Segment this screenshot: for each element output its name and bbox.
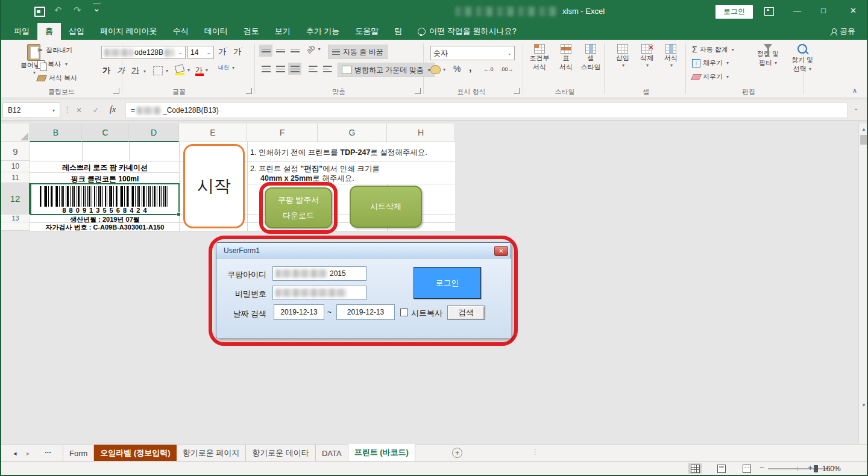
number-dialog-launcher[interactable]	[514, 88, 520, 94]
password-input[interactable]	[272, 286, 366, 300]
increase-decimal-button[interactable]: ←.0	[483, 66, 494, 72]
tab-home[interactable]: 홈	[37, 23, 61, 40]
increase-indent-button[interactable]	[321, 63, 334, 75]
row-header-12[interactable]: 12	[1, 183, 30, 215]
align-bottom-button[interactable]	[288, 45, 301, 57]
align-left-button[interactable]	[259, 63, 272, 75]
tab-review[interactable]: 검토	[236, 23, 267, 40]
column-header-c[interactable]: C	[82, 124, 129, 142]
tab-insert[interactable]: 삽입	[61, 23, 92, 40]
selected-cell-b12[interactable]: 8 8 0 9 1 3 5 5 6 8 4 2 4	[30, 183, 180, 215]
column-header-h[interactable]: H	[387, 124, 455, 142]
collapse-ribbon-button[interactable]: ∧	[852, 87, 857, 95]
fill-color-button[interactable]: ▾	[175, 65, 190, 75]
row-header-11[interactable]: 11	[1, 172, 30, 183]
sheet-tab-data[interactable]: DATA	[316, 445, 348, 462]
row-header-partial[interactable]	[1, 222, 30, 231]
scroll-up-button[interactable]: ▴	[859, 124, 868, 134]
userform-titlebar[interactable]: UserForm1	[216, 243, 511, 258]
sheet-delete-button[interactable]: 시트삭제	[350, 186, 422, 228]
login-button[interactable]: 로그인	[414, 267, 481, 299]
column-header-b[interactable]: B	[30, 124, 82, 142]
delete-cells-button[interactable]: ✕ 삭제 ▾	[635, 44, 658, 68]
undo-button[interactable]: ↶	[54, 5, 62, 16]
close-button[interactable]: ✕	[850, 6, 857, 15]
maximize-button[interactable]: □	[821, 6, 826, 15]
name-box[interactable]: B12 ▾	[2, 102, 60, 118]
cell-styles-button[interactable]: 셀 스타일	[579, 44, 603, 72]
cell-inspection-no[interactable]: 자가검사 번호 : C-A09B-A303001-A150	[30, 223, 180, 232]
align-center-button[interactable]	[274, 63, 287, 75]
insert-cells-button[interactable]: 삽입 ▾	[611, 44, 634, 68]
zoom-in-button[interactable]: +	[808, 463, 813, 472]
orientation-button[interactable]: ab▾	[306, 45, 320, 54]
sheet-tab-form[interactable]: Form	[63, 445, 94, 462]
coupang-id-input[interactable]: 2015	[272, 266, 366, 281]
cut-button[interactable]: ✂잘라내기	[37, 46, 72, 55]
userform-close-button[interactable]: ✕	[494, 246, 508, 256]
align-top-button[interactable]	[259, 45, 272, 57]
row-header-10[interactable]: 10	[1, 161, 30, 172]
phonetic-button[interactable]: 내천▾	[218, 65, 234, 70]
ribbon-display-options-button[interactable]	[764, 7, 774, 16]
tab-file[interactable]: 파일	[6, 23, 37, 40]
add-sheet-button[interactable]: +	[452, 448, 462, 458]
start-shape-button[interactable]: 시작	[183, 144, 245, 228]
tab-data[interactable]: 데이터	[197, 23, 236, 40]
select-all-corner[interactable]	[1, 124, 30, 142]
page-break-view-button[interactable]	[740, 463, 753, 474]
grow-font-button[interactable]: 가ˆ	[218, 46, 228, 57]
decrease-indent-button[interactable]	[306, 63, 319, 75]
prev-sheet-button[interactable]: ◂	[13, 449, 17, 457]
copy-button[interactable]: 복사▾	[37, 60, 68, 69]
bold-button[interactable]: 가	[102, 65, 110, 76]
scroll-down-button[interactable]: ▾	[859, 399, 868, 410]
percent-style-button[interactable]: %	[453, 64, 461, 74]
comma-style-button[interactable]: ,	[469, 63, 471, 74]
conditional-formatting-button[interactable]: 조건부 서식	[527, 44, 552, 72]
minimize-button[interactable]: —	[793, 6, 801, 15]
tab-addins[interactable]: 추가 기능	[298, 23, 348, 40]
font-color-button[interactable]: 가▾	[195, 65, 208, 75]
sheet-tab-oil-label[interactable]: 오일라벨 (정보입력)	[94, 445, 176, 462]
row-header-13[interactable]: 13	[1, 215, 30, 222]
insert-function-button[interactable]: fx	[110, 105, 116, 114]
cancel-formula-button[interactable]: ✕	[76, 106, 82, 114]
zoom-level[interactable]: 160%	[822, 465, 841, 473]
date-to-input[interactable]: 2019-12-13	[336, 304, 395, 320]
sheet-tab-fragrant-page[interactable]: 향기로운 페이지	[177, 445, 247, 462]
sheet-copy-checkbox[interactable]	[400, 308, 408, 316]
tab-team[interactable]: 팀	[386, 23, 410, 40]
zoom-slider-thumb[interactable]	[814, 465, 818, 472]
fill-button[interactable]: ↓채우기▾	[692, 58, 729, 67]
find-select-button[interactable]: 찾기 및 선택▾	[785, 44, 820, 74]
decrease-decimal-button[interactable]: .00→	[500, 66, 514, 72]
vertical-scroll-thumb[interactable]	[860, 135, 867, 145]
format-cells-button[interactable]: 서식 ▾	[659, 44, 682, 68]
tab-help[interactable]: 도움말	[347, 23, 386, 40]
clipboard-dialog-launcher[interactable]	[113, 88, 119, 94]
clear-button[interactable]: 지우기▾	[692, 72, 729, 81]
next-sheet-button[interactable]: ▸	[27, 449, 30, 457]
alignment-dialog-launcher[interactable]	[415, 88, 421, 94]
page-layout-view-button[interactable]	[715, 463, 728, 474]
merge-center-toggle[interactable]: 병합하고 가운데 맞춤▾	[338, 63, 435, 77]
more-sheets-button[interactable]: ...	[45, 446, 51, 455]
sheet-tab-fragrant-data[interactable]: 향기로운 데이타	[246, 445, 316, 462]
italic-button[interactable]: 가	[117, 65, 125, 76]
accounting-format-button[interactable]: ▾	[430, 65, 445, 74]
font-size-combobox[interactable]: 14 ⌄	[187, 46, 214, 59]
zoom-slider[interactable]	[768, 468, 828, 469]
column-header-e[interactable]: E	[179, 124, 247, 142]
search-button[interactable]: 검색	[447, 305, 485, 320]
autosum-button[interactable]: Σ자동 합계▾	[692, 45, 734, 54]
expand-formula-bar-button[interactable]: ⌄	[854, 105, 858, 111]
sort-filter-button[interactable]: 정렬 및 필터▾	[750, 44, 785, 67]
underline-dropdown[interactable]: ▾	[143, 69, 146, 74]
save-button[interactable]	[33, 5, 46, 17]
column-header-f[interactable]: F	[247, 124, 318, 142]
shrink-font-button[interactable]: 가ˇ	[233, 46, 243, 57]
vertical-scrollbar[interactable]: ▴ ▾	[858, 124, 868, 444]
tab-page-layout[interactable]: 페이지 레이아웃	[92, 23, 165, 40]
align-middle-button[interactable]	[274, 45, 287, 57]
